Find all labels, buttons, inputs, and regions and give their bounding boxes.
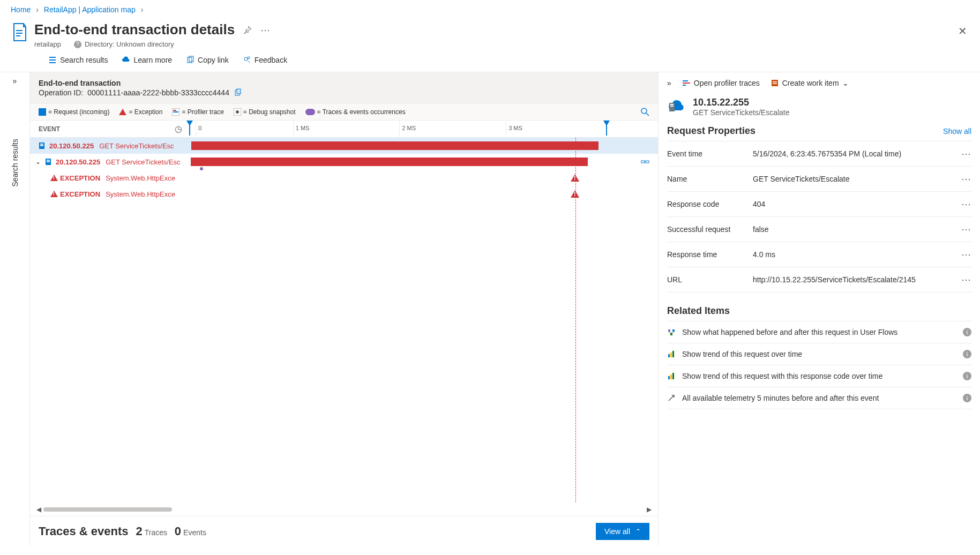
view-all-button[interactable]: View all ⌃	[596, 523, 649, 540]
svg-rect-38	[668, 376, 670, 379]
row-op: GET ServiceTickets/Esc	[99, 142, 174, 150]
target-op: GET ServiceTickets/Escalate	[693, 108, 790, 117]
svg-rect-39	[670, 374, 672, 379]
profiler-icon	[172, 108, 179, 116]
more-icon[interactable]: ⋯	[961, 173, 971, 185]
list-item[interactable]: Show trend of this request over time i	[667, 343, 971, 365]
feedback-button[interactable]: Feedback	[243, 56, 287, 64]
chevron-up-icon: ⌃	[635, 528, 641, 535]
timeline-header: EVENT ◷ 0 1 MS 2 MS 3 MS	[30, 121, 658, 138]
search-results-button[interactable]: Search results	[48, 56, 108, 64]
section-title: Request Properties	[667, 125, 755, 137]
related-list: Show what happened before and after this…	[667, 321, 971, 409]
copy-link-button[interactable]: Copy link	[186, 56, 229, 64]
svg-rect-37	[672, 351, 674, 357]
row-action-icon[interactable]	[641, 158, 649, 166]
info-icon[interactable]: i	[963, 328, 971, 336]
info-icon[interactable]: i	[963, 350, 971, 358]
events-label: Events	[183, 528, 206, 537]
table-row[interactable]: ⌄ 20.120.50.225 GET ServiceTickets/Esc	[30, 154, 658, 170]
rail-label: Search results	[11, 139, 19, 186]
svg-rect-0	[16, 30, 23, 31]
breadcrumb-home[interactable]: Home	[11, 5, 31, 14]
row-ip: 20.120.50.225	[56, 158, 100, 166]
resource-name: retailapp	[34, 40, 61, 48]
request-properties-header: Request Properties Show all	[659, 123, 980, 141]
expand-rail-icon[interactable]: »	[13, 77, 17, 85]
svg-rect-35	[668, 354, 670, 357]
learn-more-button[interactable]: Learn more	[122, 56, 172, 64]
chevron-down-icon: ⌄	[842, 79, 849, 87]
more-icon[interactable]: ⋯	[961, 148, 971, 160]
svg-rect-40	[672, 373, 674, 379]
svg-point-14	[641, 108, 647, 114]
list-item[interactable]: Show what happened before and after this…	[667, 321, 971, 343]
open-profiler-button[interactable]: Open profiler traces	[682, 79, 760, 87]
legend-traces: = Traces & events occurrences	[305, 108, 406, 116]
range-start-marker[interactable]	[186, 121, 193, 126]
more-icon[interactable]: ⋯	[961, 274, 971, 286]
row-exception-detail: System.Web.HttpExce	[106, 174, 175, 182]
chart-icon	[667, 350, 676, 358]
exception-marker	[571, 174, 579, 182]
cloud-icon	[122, 56, 130, 64]
svg-rect-21	[641, 161, 645, 163]
copy-opid-icon[interactable]	[234, 88, 242, 97]
svg-point-13	[236, 110, 239, 114]
page-title: End-to-end transaction details	[34, 21, 235, 38]
work-item-icon	[770, 79, 779, 87]
table-row[interactable]: ! EXCEPTION System.Web.HttpExce	[30, 170, 658, 186]
scrollbar-thumb[interactable]	[43, 507, 172, 512]
collapse-details-icon[interactable]: »	[667, 79, 671, 87]
search-icon[interactable]	[641, 108, 649, 116]
pin-icon[interactable]	[243, 26, 252, 34]
target-block: 10.15.22.255 GET ServiceTickets/Escalate	[659, 94, 980, 123]
create-work-item-button[interactable]: Create work item ⌄	[770, 79, 849, 87]
close-icon[interactable]: ✕	[958, 25, 967, 38]
more-icon[interactable]: ⋯	[961, 198, 971, 210]
app-insights-icon	[11, 21, 28, 43]
page-header: End-to-end transaction details ⋯ retaila…	[0, 19, 980, 48]
horizontal-scrollbar[interactable]: ◀ ▶	[30, 503, 658, 516]
opid-value: 00001111-aaaa-2222-bbbb-3333cccc4444	[87, 88, 229, 97]
copy-icon	[186, 56, 194, 64]
more-icon[interactable]: ⋯	[961, 249, 971, 260]
details-toolbar: » Open profiler traces Create work item …	[659, 72, 980, 94]
breadcrumb-sep: ›	[36, 5, 39, 14]
row-op: GET ServiceTickets/Esc	[106, 158, 180, 166]
more-icon[interactable]: ⋯	[961, 223, 971, 235]
table-row[interactable]: ! EXCEPTION System.Web.HttpExce	[30, 186, 658, 202]
directory-label: Directory: Unknown directory	[85, 40, 174, 48]
snapshot-icon	[234, 108, 241, 116]
show-all-link[interactable]: Show all	[943, 127, 971, 136]
range-end-marker[interactable]	[603, 121, 610, 126]
footer-title: Traces & events	[39, 524, 129, 538]
tick: 1 MS	[293, 121, 310, 137]
svg-rect-33	[672, 329, 675, 332]
chevron-down-icon[interactable]: ⌄	[35, 158, 43, 166]
scroll-left-icon[interactable]: ◀	[36, 506, 41, 513]
table-row[interactable]: 20.120.50.225 GET ServiceTickets/Esc	[30, 138, 658, 154]
info-icon[interactable]: i	[963, 372, 971, 380]
breadcrumb-app[interactable]: RetailApp | Application map	[44, 5, 136, 14]
duration-bar	[191, 158, 588, 166]
svg-point-5	[244, 57, 248, 61]
legend-request: = Request (incoming)	[39, 108, 109, 116]
svg-rect-16	[40, 144, 43, 145]
cloud-server-icon	[667, 98, 686, 117]
scroll-right-icon[interactable]: ▶	[647, 506, 652, 513]
traces-label: Traces	[145, 528, 167, 537]
list-item: Response time4.0 ms⋯	[667, 242, 971, 267]
info-icon[interactable]: i	[963, 394, 971, 402]
info-icon[interactable]: ?	[74, 41, 81, 48]
events-count: 0	[175, 524, 181, 538]
list-item[interactable]: All available telemetry 5 minutes before…	[667, 387, 971, 409]
section-title: Related Items	[667, 305, 971, 317]
more-icon[interactable]: ⋯	[260, 24, 270, 36]
svg-rect-27	[773, 81, 777, 82]
svg-rect-11	[173, 110, 176, 111]
breadcrumb: Home › RetailApp | Application map ›	[0, 0, 980, 19]
list-item[interactable]: Show trend of this request with this res…	[667, 365, 971, 387]
legend-profiler: = Profiler trace	[172, 108, 223, 116]
clock-icon[interactable]: ◷	[175, 124, 182, 134]
